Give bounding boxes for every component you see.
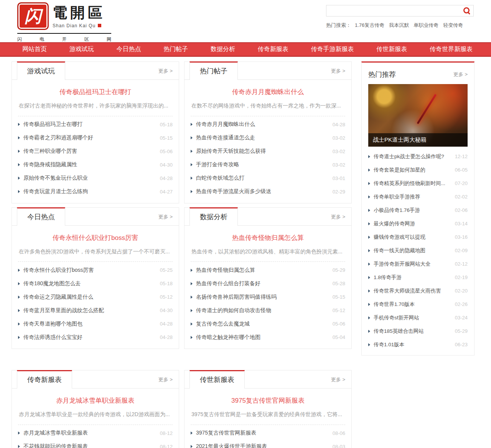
featured-image[interactable]: 战士PK道士两大秘籍 — [368, 84, 468, 147]
site-logo[interactable]: 闪 電開區 Shan Dian Kai Qu 闪电开区网 — [17, 0, 113, 43]
article-link[interactable]: 热血传奇怪物归属怎么算 — [196, 267, 329, 274]
search-input[interactable] — [330, 6, 463, 16]
article-link[interactable]: 赚钱传奇游戏可以提现 — [374, 234, 451, 241]
article-link[interactable]: 传奇隐身戒指隐藏属性 — [23, 161, 156, 168]
list-item: 3975复古传世官网新服表 08-06 — [191, 427, 345, 440]
article-date: 04-30 — [160, 307, 173, 313]
article-link[interactable]: 传奇精英系列的怪物刷新时间... — [374, 180, 451, 187]
article-date: 04-30 — [160, 162, 173, 168]
more-link[interactable]: 更多 > — [331, 376, 345, 383]
more-link[interactable]: 更多 > — [158, 68, 173, 74]
article-link[interactable]: 复古传奇怎么去魔龙城 — [196, 321, 329, 327]
nav-item[interactable]: 网站首页 — [22, 45, 47, 53]
article-link[interactable]: 手游打金传奇攻略 — [196, 161, 329, 168]
more-link[interactable]: 更多 > — [453, 71, 468, 78]
article-link[interactable]: 热血传奇什么组合打装备好 — [196, 280, 329, 287]
tab-chuanqixinfubiao[interactable]: 传奇新服表 — [17, 370, 72, 388]
article-link[interactable]: 传奇法师诱惑什么宝宝好 — [23, 334, 156, 341]
more-link[interactable]: 更多 > — [158, 213, 173, 220]
featured-article-title[interactable]: 传奇赤月月魔蜘蛛出什么 — [191, 88, 344, 96]
nav-item[interactable]: 今日热点 — [117, 45, 141, 53]
article-list: 传奇赤月月魔蜘蛛出什么 04-28 热血传奇连接通道怎么走 03-02 原始传奇… — [185, 116, 351, 203]
nav-item[interactable]: 传奇新服表 — [258, 45, 288, 53]
article-link[interactable]: 3975复古传世官网新服表 — [196, 430, 329, 436]
article-link[interactable]: 传奇1.01版本 — [374, 341, 451, 348]
article-link[interactable]: 热血传奇连接通道怎么走 — [196, 134, 329, 141]
more-link[interactable]: 更多 > — [158, 376, 173, 383]
list-item: 传奇道士pk战士要怎么操作呢? 12-12 — [368, 150, 468, 163]
article-link[interactable]: 传奇天尊道袍哪个地图包 — [23, 321, 156, 327]
article-link[interactable]: 小极品传奇1.76手游 — [374, 207, 451, 214]
article-link[interactable]: 传奇赤月月魔蜘蛛出什么 — [196, 121, 329, 128]
featured-article-title[interactable]: 赤月龙城冰雪单职业新服表 — [19, 396, 172, 405]
nav-item[interactable]: 传奇手游新服表 — [311, 45, 354, 53]
nav-item[interactable]: 热门帖子 — [163, 45, 188, 53]
article-link[interactable]: 原始传奇不氪金玩什么职业 — [23, 175, 156, 182]
tab-shujufenxi[interactable]: 数据分析 — [189, 207, 238, 226]
article-link[interactable]: 传奇道士pk战士要怎么操作呢? — [374, 153, 451, 160]
article-link[interactable]: 传奇套装是如何加星的 — [374, 167, 451, 174]
article-link[interactable]: 名扬传奇兽神后期厉害吗值得练吗 — [196, 294, 329, 301]
tab-youxishiwan[interactable]: 游戏试玩 — [17, 61, 65, 80]
tab-chuanshixinfubiao[interactable]: 传世新服表 — [189, 370, 245, 388]
hot-search-link[interactable]: 轻变传奇 — [443, 22, 463, 28]
article-link[interactable]: 传奇暗之触龙神在哪个地图 — [196, 334, 329, 341]
article-link[interactable]: 传奇单职业手游推荐 — [374, 193, 451, 200]
article-link[interactable]: 手机传奇sf新开网站 — [374, 314, 451, 321]
article-link[interactable]: 传奇极品祖玛卫士在哪打 — [23, 121, 156, 128]
list-item: 热血传奇手游流星火雨多少级送 02-29 — [191, 185, 345, 198]
article-date: 06-23 — [455, 342, 468, 347]
featured-article-title[interactable]: 传奇永恒什么职业打boss厉害 — [19, 233, 172, 242]
article-link[interactable]: 传奇道士的狗如何自动攻击怪物 — [196, 307, 329, 314]
list-item: 原始传奇不氪金玩什么职业 04-28 — [18, 172, 173, 185]
article-link[interactable]: 最火爆的传奇网游 — [374, 220, 451, 227]
article-link[interactable]: 传奇185英雄合击网站 — [374, 328, 451, 335]
article-date: 08-12 — [160, 430, 173, 436]
bullet-arrow-icon — [368, 209, 370, 212]
bullet-arrow-icon — [18, 431, 20, 435]
article-link[interactable]: 热血传奇手游流星火雨多少级送 — [196, 188, 329, 195]
tab-jinrirendian[interactable]: 今日热点 — [17, 207, 65, 226]
article-link[interactable]: 手游传奇新开服网站大全 — [374, 261, 451, 268]
search-icon[interactable] — [463, 7, 470, 14]
article-link[interactable]: 传奇蓝月至尊里面的战纹怎么搭配 — [23, 307, 156, 314]
nav-item[interactable]: 传世新服表 — [376, 45, 407, 53]
logo-divider — [17, 33, 111, 34]
article-link[interactable]: 传奇永恒什么职业打boss厉害 — [23, 267, 156, 274]
more-link[interactable]: 更多 > — [331, 68, 345, 74]
tab-rementiezi[interactable]: 热门帖子 — [189, 61, 238, 80]
more-link[interactable]: 更多 > — [331, 213, 345, 220]
article-link[interactable]: 白蛇传奇妖域怎么打 — [196, 175, 329, 182]
article-link[interactable]: 传奇世界1.70版本 — [374, 301, 451, 308]
logo-red-square-icon — [98, 24, 101, 27]
nav-item[interactable]: 游戏试玩 — [69, 45, 94, 53]
article-link[interactable]: 不花钱就能玩的传奇新服表 — [23, 443, 156, 448]
section-youxishiwan: 游戏试玩 更多 > 传奇极品祖玛卫士在哪打 在探讨古老而神秘的传奇世界时，许多玩… — [12, 61, 179, 203]
article-link[interactable]: 传奇霸者之刃和逍遥扇哪个好 — [23, 134, 156, 141]
featured-article-title[interactable]: 热血传奇怪物归属怎么算 — [191, 233, 344, 242]
article-link[interactable]: 传奇180魔龙地图怎么去 — [23, 280, 156, 287]
featured-image-caption[interactable]: 战士PK道士两大秘籍 — [368, 133, 468, 147]
featured-article-title[interactable]: 3975复古传世官网新服表 — [191, 396, 344, 405]
article-link[interactable]: 传奇三种职业哪个厉害 — [23, 148, 156, 155]
article-link[interactable]: 传奇贪玩蓝月道士怎么练狗 — [23, 188, 156, 195]
article-link[interactable]: 传奇一线天的隐藏地图 — [374, 247, 451, 254]
logo-seal-icon: 闪 — [17, 2, 49, 30]
article-link[interactable]: 原始传奇开天斩技能怎么获得 — [196, 148, 329, 155]
hot-search-link[interactable]: 单职业传奇 — [414, 22, 438, 28]
nav-item[interactable]: 数据分析 — [211, 45, 235, 53]
featured-article-title[interactable]: 传奇极品祖玛卫士在哪打 — [19, 88, 172, 96]
article-link[interactable]: 赤月龙城冰雪单职业新服表 — [23, 430, 156, 436]
hot-search-link[interactable]: 1.76复古传奇 — [355, 22, 384, 28]
list-item: 传奇暗之触龙神在哪个地图 05-04 — [191, 331, 345, 344]
article-link[interactable]: 传奇命运之刃隐藏属性是什么 — [23, 294, 156, 301]
nav-item[interactable]: 传奇世界新服表 — [430, 45, 473, 53]
article-list: 3975复古传世官网新服表 08-06 2021年最火爆传世手游新服表 08-0… — [185, 425, 351, 448]
list-item: 传奇单职业手游推荐 02-02 — [368, 190, 468, 203]
article-link[interactable]: 传奇世界大师级流星火雨伤害 — [374, 288, 451, 294]
article-link[interactable]: 2021年最火爆传世手游新服表 — [196, 443, 329, 448]
right-sidebar-column: 热门推荐 更多 > 战士PK道士两大秘籍 传奇道士pk战士要怎么操作呢? 12-… — [361, 61, 475, 448]
hot-search-links: 1.76复古传奇我本沉默单职业传奇轻变传奇 — [355, 22, 468, 29]
hot-search-link[interactable]: 我本沉默 — [389, 22, 409, 28]
article-link[interactable]: 1.8传奇手游 — [374, 274, 451, 281]
